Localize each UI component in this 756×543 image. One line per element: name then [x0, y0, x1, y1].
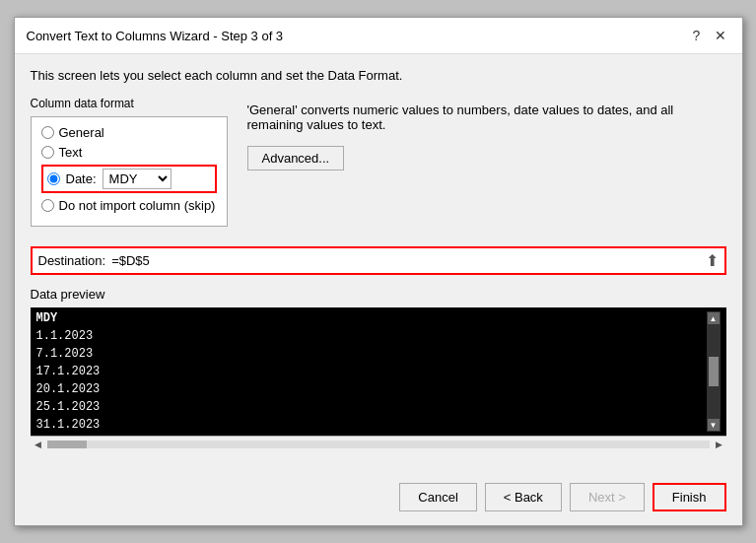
radio-general-label: General	[59, 125, 104, 140]
hscroll-track	[47, 441, 710, 448]
preview-hscrollbar-row: ◀ ▶	[31, 436, 726, 451]
radio-general-row: General	[41, 125, 217, 140]
preview-header: MDY	[36, 311, 707, 325]
date-format-select[interactable]: MDY DMY YMD DYM MYD YDM	[103, 169, 172, 189]
format-and-info-container: Column data format General Text	[31, 97, 726, 237]
preview-line-3: 20.1.2023	[36, 380, 707, 398]
preview-section: Data preview MDY 1.1.2023 7.1.2023 17.1.…	[31, 287, 726, 451]
preview-content: MDY 1.1.2023 7.1.2023 17.1.2023 20.1.202…	[36, 311, 707, 432]
cancel-button[interactable]: Cancel	[399, 483, 476, 511]
title-bar-left: Convert Text to Columns Wizard - Step 3 …	[27, 29, 284, 43]
radio-date-label: Date:	[66, 171, 97, 186]
destination-label: Destination:	[38, 253, 106, 268]
hscroll-right-button[interactable]: ▶	[712, 440, 726, 449]
dialog: Convert Text to Columns Wizard - Step 3 …	[14, 17, 743, 526]
preview-line-2: 17.1.2023	[36, 363, 707, 380]
radio-text-label: Text	[59, 145, 83, 160]
preview-box: MDY 1.1.2023 7.1.2023 17.1.2023 20.1.202…	[31, 307, 726, 436]
format-right: 'General' converts numeric values to num…	[247, 97, 726, 170]
back-button[interactable]: < Back	[485, 483, 562, 511]
radio-skip-row: Do not import column (skip)	[41, 198, 217, 213]
finish-button[interactable]: Finish	[653, 483, 726, 511]
radio-skip[interactable]	[41, 199, 54, 212]
column-format-box: General Text Date: MDY DMY YM	[31, 116, 228, 227]
advanced-button[interactable]: Advanced...	[247, 146, 345, 170]
preview-label: Data preview	[31, 287, 726, 302]
dialog-body: This screen lets you select each column …	[15, 54, 742, 475]
column-format-label: Column data format	[31, 97, 228, 110]
dialog-footer: Cancel < Back Next > Finish	[15, 475, 742, 525]
hscroll-thumb	[47, 441, 87, 448]
radio-text[interactable]	[41, 146, 54, 159]
scroll-thumb	[709, 357, 719, 386]
help-button[interactable]: ?	[687, 26, 707, 45]
info-text: 'General' converts numeric values to num…	[247, 102, 726, 132]
preview-line-5: 31.1.2023	[36, 416, 707, 432]
destination-input[interactable]	[111, 253, 705, 268]
radio-date[interactable]	[47, 172, 60, 185]
radio-date-row: Date: MDY DMY YMD DYM MYD YDM	[41, 165, 217, 193]
destination-collapse-icon[interactable]: ⬆	[706, 251, 719, 270]
format-left: Column data format General Text	[31, 97, 228, 237]
dialog-title: Convert Text to Columns Wizard - Step 3 …	[27, 29, 284, 43]
preview-line-0: 1.1.2023	[36, 327, 707, 345]
next-button[interactable]: Next >	[570, 483, 645, 511]
scroll-down-button[interactable]: ▼	[708, 419, 720, 431]
radio-text-row: Text	[41, 145, 217, 160]
close-button[interactable]: ✕	[711, 26, 730, 45]
title-bar-controls: ? ✕	[687, 26, 730, 45]
destination-row: Destination: ⬆	[31, 246, 726, 275]
preview-scrollbar: ▲ ▼	[707, 311, 721, 432]
preview-line-4: 25.1.2023	[36, 398, 707, 416]
preview-line-1: 7.1.2023	[36, 345, 707, 363]
hscroll-left-button[interactable]: ◀	[31, 440, 45, 449]
radio-skip-label: Do not import column (skip)	[59, 198, 216, 213]
description-text: This screen lets you select each column …	[31, 68, 726, 83]
radio-general[interactable]	[41, 126, 54, 139]
scroll-up-button[interactable]: ▲	[708, 312, 720, 324]
title-bar: Convert Text to Columns Wizard - Step 3 …	[15, 18, 742, 54]
